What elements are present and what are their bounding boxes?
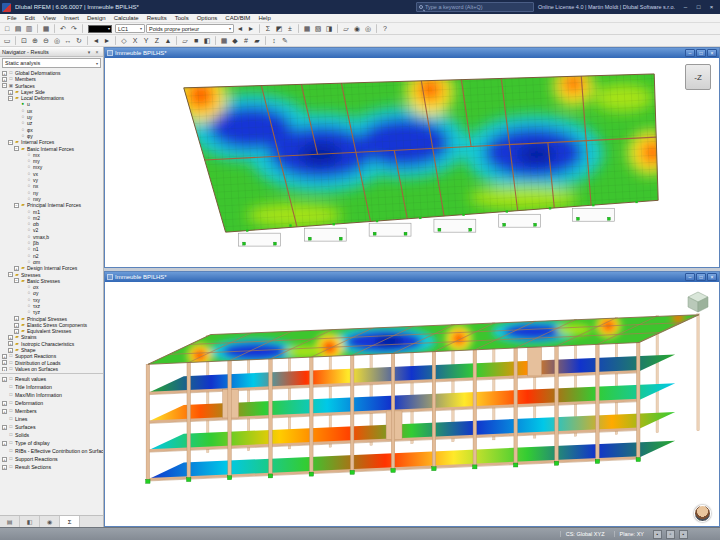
viewport-close-button[interactable]: × bbox=[707, 273, 717, 281]
option-expand-toggle[interactable] bbox=[2, 449, 7, 454]
view-in-x-icon[interactable]: X bbox=[130, 36, 140, 46]
navigator-tab-data[interactable]: ▤ bbox=[0, 516, 20, 527]
tree-expand-toggle[interactable] bbox=[20, 222, 25, 227]
viewport-plan-title-bar[interactable]: Immeuble BPILHS* –□× bbox=[105, 48, 719, 58]
user-avatar-photo[interactable] bbox=[694, 505, 711, 522]
building-3d-model[interactable] bbox=[105, 282, 719, 526]
keyword-search-box[interactable] bbox=[416, 2, 534, 12]
close-button[interactable]: × bbox=[705, 1, 718, 13]
redo-icon[interactable]: ↷ bbox=[69, 24, 79, 34]
toolbar-icon[interactable] bbox=[176, 36, 177, 45]
maximize-button[interactable]: □ bbox=[692, 1, 705, 13]
tree-item-icon[interactable]: □ bbox=[8, 366, 14, 371]
help-icon[interactable]: ? bbox=[380, 24, 390, 34]
grid-icon[interactable]: ▦ bbox=[219, 36, 229, 46]
option-expand-toggle[interactable] bbox=[2, 393, 7, 398]
toolbar-icon[interactable] bbox=[15, 36, 16, 45]
viewport-minimize-button[interactable]: – bbox=[685, 273, 695, 281]
tree-expand-toggle[interactable] bbox=[20, 241, 25, 246]
menu-item[interactable]: Results bbox=[143, 14, 171, 23]
tree-expand-toggle[interactable]: + bbox=[2, 360, 7, 365]
result-values-icon[interactable]: ± bbox=[285, 24, 295, 34]
tree-expand-toggle[interactable] bbox=[14, 121, 19, 126]
tree-expand-toggle[interactable] bbox=[20, 184, 25, 189]
navigator-close-icon[interactable]: × bbox=[93, 49, 101, 55]
tree-item-values-on-surfaces[interactable]: +□Values on Surfaces bbox=[0, 366, 103, 371]
toolbar-icon[interactable] bbox=[259, 24, 260, 33]
load-case-selector[interactable]: LC1 ▾ bbox=[115, 24, 145, 33]
user-defined-visibility-icon[interactable]: ◎ bbox=[363, 24, 373, 34]
tree-expand-toggle[interactable]: + bbox=[2, 77, 7, 82]
tree-expand-toggle[interactable]: − bbox=[14, 278, 19, 283]
option-lines[interactable]: □Lines bbox=[0, 415, 103, 423]
option-max-min-information[interactable]: □Max/Min Information bbox=[0, 391, 103, 399]
snap-icon[interactable]: ◆ bbox=[230, 36, 240, 46]
move-copy-icon[interactable]: ↕ bbox=[269, 36, 279, 46]
tables-icon[interactable]: ▦ bbox=[302, 24, 312, 34]
toolbar-icon[interactable] bbox=[265, 36, 266, 45]
next-load-case-icon[interactable]: ► bbox=[246, 24, 256, 34]
previous-load-case-icon[interactable]: ◄ bbox=[235, 24, 245, 34]
panel-icon[interactable]: ◨ bbox=[324, 24, 334, 34]
tree-expand-toggle[interactable] bbox=[14, 134, 19, 139]
keyword-search-input[interactable] bbox=[425, 4, 531, 10]
option-checkbox-icon[interactable]: □ bbox=[8, 463, 14, 471]
option-expand-toggle[interactable] bbox=[2, 433, 7, 438]
menu-item[interactable]: Insert bbox=[60, 14, 83, 23]
option-checkbox-icon[interactable]: □ bbox=[8, 447, 14, 455]
option-result-values[interactable]: +□Result values bbox=[0, 375, 103, 383]
tree-expand-toggle[interactable] bbox=[20, 297, 25, 302]
tree-expand-toggle[interactable] bbox=[20, 291, 25, 296]
option-ribs[interactable]: □RIBs - Effective Contribution on Surfac… bbox=[0, 447, 103, 455]
viewport-3d-title-bar[interactable]: Immeuble BPILHS* –□× bbox=[105, 272, 719, 282]
zoom-all-icon[interactable]: ◎ bbox=[52, 36, 62, 46]
option-surfaces[interactable]: +□Surfaces bbox=[0, 423, 103, 431]
tree-expand-toggle[interactable] bbox=[14, 108, 19, 113]
option-type-of-display[interactable]: +□Type of display bbox=[0, 439, 103, 447]
navigator-pin-icon[interactable]: ▾ bbox=[85, 49, 93, 55]
option-checkbox-icon[interactable]: □ bbox=[8, 455, 14, 463]
viewport-restore-button[interactable]: □ bbox=[696, 49, 706, 57]
zoom-out-icon[interactable]: ⊖ bbox=[41, 36, 51, 46]
option-expand-toggle[interactable]: + bbox=[2, 465, 7, 470]
option-checkbox-icon[interactable]: □ bbox=[8, 375, 14, 383]
print-icon[interactable]: ▦ bbox=[41, 24, 51, 34]
tree-expand-toggle[interactable] bbox=[14, 115, 19, 120]
view-in-y-icon[interactable]: Y bbox=[141, 36, 151, 46]
show-results-icon[interactable]: ◩ bbox=[274, 24, 284, 34]
menu-item[interactable]: Calculate bbox=[110, 14, 143, 23]
option-expand-toggle[interactable] bbox=[2, 385, 7, 390]
tree-expand-toggle[interactable] bbox=[20, 190, 25, 195]
toolbar-icon[interactable] bbox=[54, 24, 55, 33]
toolbar-icon[interactable] bbox=[215, 36, 216, 45]
tree-expand-toggle[interactable]: + bbox=[8, 90, 13, 95]
load-case-name-selector[interactable]: Poids propre porteur ▾ bbox=[146, 24, 234, 33]
tree-expand-toggle[interactable]: − bbox=[2, 83, 7, 88]
tree-expand-toggle[interactable] bbox=[20, 215, 25, 220]
tree-expand-toggle[interactable] bbox=[20, 260, 25, 265]
grid-status-toggle[interactable]: ▫ bbox=[666, 530, 675, 539]
plan-contour-plot[interactable] bbox=[105, 58, 719, 267]
zoom-window-icon[interactable]: ⊡ bbox=[19, 36, 29, 46]
navigation-cube-3d[interactable] bbox=[685, 288, 711, 314]
zoom-in-icon[interactable]: ⊕ bbox=[30, 36, 40, 46]
work-plane-icon[interactable]: ▰ bbox=[252, 36, 262, 46]
menu-item[interactable]: Options bbox=[193, 14, 222, 23]
analysis-type-selector[interactable]: Static analysis ▾ bbox=[2, 58, 101, 68]
undo-icon[interactable]: ↶ bbox=[58, 24, 68, 34]
tree-expand-toggle[interactable] bbox=[20, 159, 25, 164]
option-solids[interactable]: □Solids bbox=[0, 431, 103, 439]
navigator-tab-views[interactable]: ◉ bbox=[40, 516, 60, 527]
option-expand-toggle[interactable]: + bbox=[2, 409, 7, 414]
perspective-icon[interactable]: ▲ bbox=[163, 36, 173, 46]
solid-display-icon[interactable]: ■ bbox=[191, 36, 201, 46]
menu-item[interactable]: CAD/BIM bbox=[221, 14, 254, 23]
option-result-sections[interactable]: +□Result Sections bbox=[0, 463, 103, 471]
select-icon[interactable]: ▭ bbox=[2, 36, 12, 46]
tree-expand-toggle[interactable] bbox=[20, 165, 25, 170]
tree-expand-toggle[interactable]: + bbox=[2, 367, 7, 371]
tree-expand-toggle[interactable]: + bbox=[14, 323, 19, 328]
open-model-icon[interactable]: ▤ bbox=[13, 24, 23, 34]
option-checkbox-icon[interactable]: □ bbox=[8, 415, 14, 423]
tree-expand-toggle[interactable] bbox=[20, 234, 25, 239]
